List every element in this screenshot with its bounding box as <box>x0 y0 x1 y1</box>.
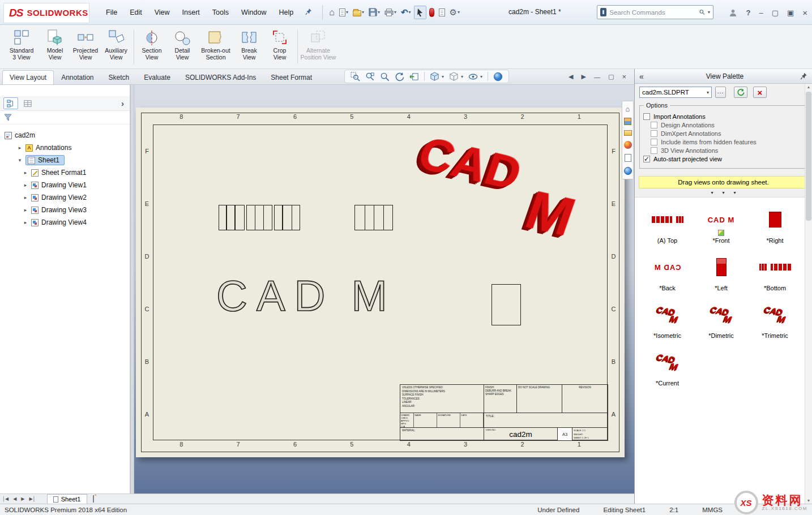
design-library-icon[interactable] <box>624 118 631 125</box>
search-caret-icon[interactable]: ▾ <box>708 10 710 15</box>
expander-icon[interactable]: ▸ <box>17 145 23 151</box>
command-tab[interactable]: Sheet Format <box>263 70 319 84</box>
refresh-button[interactable] <box>734 87 747 98</box>
palette-view-thumbnail[interactable]: (A) Top <box>640 202 694 247</box>
home-button[interactable]: ⌂ <box>327 6 336 19</box>
option-checkbox-row[interactable]: Import Annotations <box>643 113 804 120</box>
scrollbar-thumb[interactable] <box>806 92 811 221</box>
option-checkbox-row[interactable]: Include items from hidden features <box>651 139 804 145</box>
option-checkbox-row[interactable]: Design Annotations <box>651 122 804 128</box>
close-palette-button[interactable]: × <box>753 87 767 98</box>
open-button[interactable]: ▾ <box>351 7 366 18</box>
apply-scene-icon[interactable] <box>493 72 503 81</box>
zoom-icon[interactable] <box>380 72 390 81</box>
window-minimize-icon[interactable]: — <box>594 74 600 80</box>
hide-show-items-icon[interactable] <box>468 72 478 81</box>
palette-view-thumbnail[interactable]: CADM *Current <box>640 345 694 389</box>
window-close-icon[interactable]: × <box>622 72 626 81</box>
close-icon[interactable]: × <box>802 8 807 18</box>
menu-item[interactable]: File <box>100 6 123 19</box>
checkbox-icon[interactable] <box>643 113 650 120</box>
user-account-icon[interactable] <box>729 8 737 17</box>
filter-input[interactable] <box>15 113 126 122</box>
next-sheet-icon[interactable]: ▶ <box>19 496 27 501</box>
file-explorer-icon[interactable] <box>624 130 632 136</box>
auxiliary-view-button[interactable]: AuxiliaryView <box>101 26 131 67</box>
view-orientation-icon[interactable] <box>430 72 439 81</box>
view-orientation-caret-icon[interactable]: ▾ <box>442 74 444 79</box>
command-tab[interactable]: Annotation <box>54 70 101 84</box>
drawing-view-isometric[interactable]: CAD M <box>419 137 606 267</box>
search-scope-icon[interactable] <box>600 8 606 16</box>
document-selector-dropdown[interactable]: cad2m.SLDPRT ▾ <box>639 87 712 98</box>
sheet-properties-button[interactable] <box>437 7 447 18</box>
command-tab[interactable]: Evaluate <box>136 70 178 84</box>
standard-3-view-button[interactable]: Standard3 View <box>3 26 40 67</box>
menu-item[interactable]: Insert <box>176 6 206 19</box>
sw-resources-icon[interactable]: ⌂ <box>626 105 630 113</box>
select-button[interactable] <box>414 6 426 19</box>
model-view-button[interactable]: ModelView <box>40 26 70 67</box>
palette-view-thumbnail[interactable]: CADM *Isometric <box>640 297 694 342</box>
sheet-tab-active[interactable]: Sheet1 <box>47 494 87 504</box>
rotate-view-icon[interactable] <box>395 72 404 81</box>
command-tab[interactable]: Sketch <box>101 70 137 84</box>
option-checkbox-row[interactable]: Auto-start projected view <box>643 156 804 162</box>
break-view-button[interactable]: BreakView <box>234 26 264 67</box>
option-checkbox-row[interactable]: 3D View Annotations <box>651 147 804 154</box>
expander-icon[interactable]: ▸ <box>23 220 28 225</box>
panel-splitter[interactable]: ⋮⋮⋮ <box>130 85 134 493</box>
add-sheet-button[interactable]: * <box>93 496 94 502</box>
window-restore-icon[interactable]: ▢ <box>608 73 614 80</box>
collapse-panel-icon[interactable]: « <box>639 72 649 81</box>
hide-show-caret-icon[interactable]: ▾ <box>480 74 482 79</box>
expander-icon[interactable]: ▾ <box>17 157 23 163</box>
restore-icon[interactable]: ▣ <box>787 8 794 17</box>
drawing-view-top[interactable] <box>219 205 393 230</box>
palette-view-thumbnail[interactable]: CAD M *Back <box>640 250 694 294</box>
section-view-button[interactable]: SectionView <box>136 26 167 67</box>
menu-item[interactable]: Window <box>235 6 272 19</box>
pane-left-icon[interactable]: ◀ <box>569 73 573 80</box>
tree-item-annotations[interactable]: ▸ Annotations <box>0 141 130 154</box>
checkbox-icon[interactable] <box>651 122 657 128</box>
options-button[interactable]: ⚙▾ <box>448 6 461 19</box>
undo-button[interactable]: ↶▾ <box>399 6 413 19</box>
option-checkbox-row[interactable]: DimXpert Annotations <box>651 130 804 137</box>
pin-panel-icon[interactable] <box>800 72 807 80</box>
menu-item[interactable]: Tools <box>206 6 235 19</box>
tree-item-sheet-format1[interactable]: ▸ Sheet Format1 <box>0 166 130 179</box>
checkbox-icon[interactable] <box>643 156 650 162</box>
zoom-to-area-icon[interactable] <box>365 72 375 81</box>
expand-panel-chevron-icon[interactable]: › <box>121 98 126 108</box>
menu-item[interactable]: View <box>148 6 176 19</box>
filter-funnel-icon[interactable] <box>4 114 12 121</box>
previous-view-icon[interactable] <box>409 72 419 81</box>
custom-properties-icon[interactable] <box>625 154 631 162</box>
drawing-sheet[interactable]: 87654321 87654321 FEDCBA FEDCBA CAD M <box>136 108 625 457</box>
tree-item-drawing-view4[interactable]: ▸ Drawing View4 <box>0 216 130 229</box>
palette-scrollbar[interactable]: ▲ ▼ <box>805 84 812 504</box>
sheet-scale[interactable]: 2:1 <box>669 507 678 513</box>
menu-item[interactable]: Help <box>273 6 300 19</box>
display-style-icon[interactable] <box>449 72 459 81</box>
save-button[interactable]: ▾ <box>367 6 382 18</box>
tree-item-drawing-view2[interactable]: ▸ Drawing View2 <box>0 191 130 204</box>
browse-button[interactable]: ... <box>715 87 726 98</box>
broken-out-section-button[interactable]: Broken-outSection <box>198 26 234 67</box>
expand-icon[interactable]: ▢ <box>772 8 779 17</box>
drawing-view-right[interactable] <box>492 284 521 325</box>
pane-right-icon[interactable]: ▶ <box>582 73 586 80</box>
checkbox-icon[interactable] <box>651 139 657 145</box>
zoom-to-fit-icon[interactable] <box>351 72 360 81</box>
expander-icon[interactable]: ▸ <box>23 170 28 175</box>
tree-item-document[interactable]: cad2m <box>0 129 130 141</box>
first-sheet-icon[interactable]: │◀ <box>0 496 11 501</box>
expander-icon[interactable]: ▸ <box>23 195 28 200</box>
feature-tree-tab[interactable] <box>3 97 18 109</box>
alternate-position-view-button[interactable]: AlternatePosition View <box>300 26 336 67</box>
checkbox-icon[interactable] <box>651 147 657 154</box>
unit-system[interactable]: MMGS <box>702 507 723 513</box>
checkbox-icon[interactable] <box>651 130 657 137</box>
command-tab[interactable]: View Layout <box>2 70 54 84</box>
